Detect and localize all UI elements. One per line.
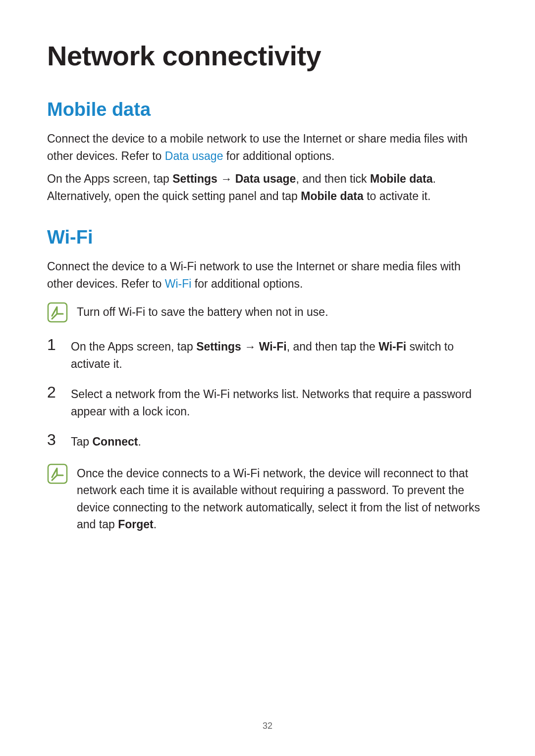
label-mobile-data: Mobile data	[301, 190, 364, 202]
label-connect: Connect	[92, 435, 138, 448]
step-row-3: 3 Tap Connect.	[47, 432, 488, 451]
arrow-icon: →	[217, 172, 235, 185]
label-settings: Settings	[196, 340, 241, 353]
body-text: .	[138, 435, 141, 448]
wifi-paragraph-1: Connect the device to a Wi-Fi network to…	[47, 258, 488, 292]
label-settings: Settings	[172, 172, 217, 185]
body-text: , and then tick	[296, 172, 370, 185]
label-forget: Forget	[118, 518, 154, 531]
note-icon	[47, 302, 68, 323]
note-block: Turn off Wi-Fi to save the battery when …	[47, 301, 488, 323]
body-text: , and then tap the	[287, 340, 378, 353]
link-wifi[interactable]: Wi-Fi	[165, 277, 192, 290]
note-icon	[47, 463, 68, 484]
note-icon	[47, 463, 68, 484]
note-text: Turn off Wi-Fi to save the battery when …	[77, 301, 488, 321]
link-data-usage[interactable]: Data usage	[165, 150, 223, 162]
body-text: to activate it.	[364, 190, 431, 202]
note-text: Once the device connects to a Wi-Fi netw…	[77, 462, 488, 533]
note-icon	[47, 302, 68, 323]
body-text: On the Apps screen, tap	[47, 172, 172, 185]
step-text: On the Apps screen, tap Settings → Wi-Fi…	[71, 337, 488, 372]
page-content: Network connectivity Mobile data Connect…	[0, 0, 535, 558]
body-text: for additional options.	[191, 277, 303, 290]
mobile-data-paragraph-2: On the Apps screen, tap Settings → Data …	[47, 170, 488, 204]
arrow-icon: →	[241, 340, 259, 353]
label-wifi-switch: Wi-Fi	[378, 340, 406, 353]
page-number: 32	[0, 721, 535, 731]
step-number: 3	[47, 432, 61, 448]
note-block: Once the device connects to a Wi-Fi netw…	[47, 462, 488, 533]
step-number: 2	[47, 384, 61, 400]
body-text: .	[154, 518, 157, 531]
body-text: On the Apps screen, tap	[71, 340, 196, 353]
step-row-2: 2 Select a network from the Wi-Fi networ…	[47, 384, 488, 420]
body-text: Tap	[71, 435, 92, 448]
step-list: 1 On the Apps screen, tap Settings → Wi-…	[47, 337, 488, 451]
step-row-1: 1 On the Apps screen, tap Settings → Wi-…	[47, 337, 488, 372]
label-wifi: Wi-Fi	[259, 340, 287, 353]
label-data-usage: Data usage	[235, 172, 296, 185]
step-text: Tap Connect.	[71, 432, 488, 451]
section-heading-mobile-data: Mobile data	[47, 99, 488, 120]
step-number: 1	[47, 337, 61, 353]
mobile-data-paragraph-1: Connect the device to a mobile network t…	[47, 130, 488, 164]
page-title: Network connectivity	[47, 40, 488, 72]
section-heading-wifi: Wi-Fi	[47, 227, 488, 248]
label-mobile-data: Mobile data	[370, 172, 433, 185]
step-text: Select a network from the Wi-Fi networks…	[71, 384, 488, 420]
body-text: for additional options.	[223, 150, 334, 162]
